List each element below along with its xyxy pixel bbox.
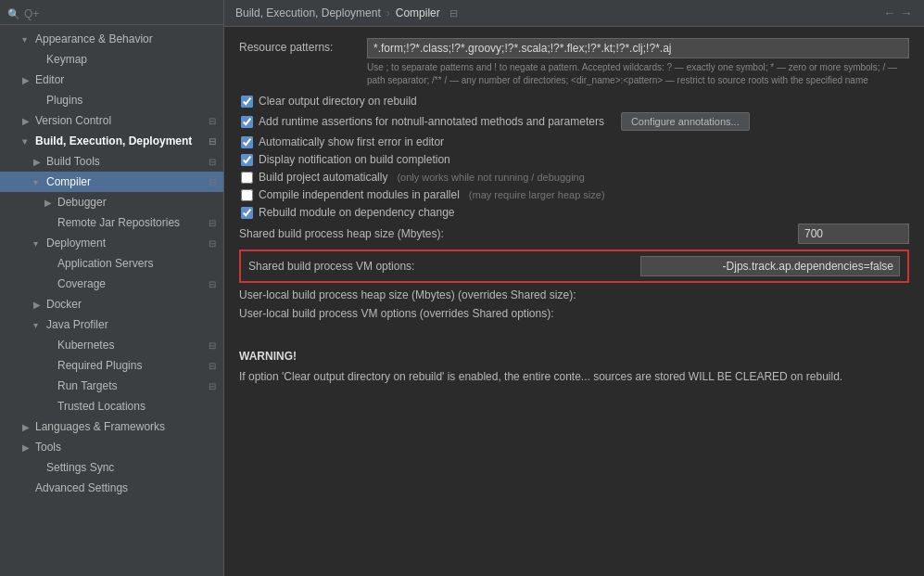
warning-text: If option 'Clear output directory on reb… bbox=[239, 368, 909, 385]
checkbox-compile-parallel-row: Compile independent modules in parallel … bbox=[239, 188, 909, 201]
arrow-icon: ▶ bbox=[22, 75, 35, 85]
pin-icon[interactable]: ⊟ bbox=[449, 7, 458, 19]
sidebar-item-label: Editor bbox=[35, 73, 216, 86]
arrow-icon: ▶ bbox=[22, 422, 35, 432]
rebuild-module-checkbox[interactable] bbox=[241, 207, 253, 219]
user-heap-label: User-local build process heap size (Mbyt… bbox=[239, 288, 576, 301]
collapse-icon: ⊟ bbox=[209, 116, 216, 126]
compile-parallel-note: (may require larger heap size) bbox=[469, 189, 605, 200]
sidebar-item-settings-sync[interactable]: Settings Sync bbox=[0, 457, 223, 478]
sidebar: 🔍 ▾ Appearance & Behavior Keymap ▶ Edito… bbox=[0, 0, 224, 576]
clear-output-checkbox[interactable] bbox=[241, 96, 253, 108]
sidebar-item-required-plugins[interactable]: Required Plugins ⊟ bbox=[0, 355, 223, 376]
display-notification-checkbox[interactable] bbox=[241, 154, 253, 166]
build-auto-checkbox[interactable] bbox=[241, 172, 253, 184]
arrow-icon: ▾ bbox=[33, 238, 46, 249]
compile-parallel-checkbox[interactable] bbox=[241, 189, 253, 201]
clear-output-label: Clear output directory on rebuild bbox=[259, 95, 417, 108]
sidebar-item-label: Keymap bbox=[46, 53, 216, 66]
resource-hint: Use ; to separate patterns and ! to nega… bbox=[367, 61, 909, 87]
sidebar-item-build-tools[interactable]: ▶ Build Tools ⊟ bbox=[0, 151, 223, 172]
sidebar-item-label: Docker bbox=[46, 298, 216, 311]
sidebar-item-coverage[interactable]: Coverage ⊟ bbox=[0, 274, 223, 294]
arrow-icon: ▶ bbox=[33, 300, 46, 310]
search-input[interactable] bbox=[24, 7, 216, 20]
sidebar-item-compiler[interactable]: ▾ Compiler ⊟ bbox=[0, 172, 223, 192]
nav-forward-button[interactable]: → bbox=[900, 6, 913, 20]
heap-size-input[interactable] bbox=[798, 224, 909, 244]
sidebar-item-label: Application Servers bbox=[57, 257, 216, 270]
sidebar-item-application-servers[interactable]: Application Servers bbox=[0, 253, 223, 274]
collapse-icon: ⊟ bbox=[209, 157, 216, 167]
sidebar-item-remote-jar[interactable]: Remote Jar Repositories ⊟ bbox=[0, 212, 223, 233]
sidebar-item-plugins[interactable]: Plugins bbox=[0, 90, 223, 110]
add-runtime-checkbox[interactable] bbox=[241, 116, 253, 128]
sidebar-item-label: Advanced Settings bbox=[35, 481, 216, 494]
collapse-icon: ⊟ bbox=[209, 177, 216, 187]
auto-show-checkbox[interactable] bbox=[241, 136, 253, 148]
sidebar-item-label: Kubernetes bbox=[57, 339, 205, 352]
sidebar-item-run-targets[interactable]: Run Targets ⊟ bbox=[0, 376, 223, 396]
collapse-icon: ⊟ bbox=[209, 218, 216, 228]
resource-patterns-label: Resource patterns: bbox=[239, 38, 360, 54]
rebuild-module-label: Rebuild module on dependency change bbox=[259, 206, 455, 219]
sidebar-item-deployment[interactable]: ▾ Deployment ⊟ bbox=[0, 233, 223, 253]
checkbox-build-auto-row: Build project automatically (only works … bbox=[239, 171, 909, 184]
sidebar-item-editor[interactable]: ▶ Editor bbox=[0, 70, 223, 90]
sidebar-item-label: Run Targets bbox=[57, 379, 205, 392]
checkbox-rebuild-module-row: Rebuild module on dependency change bbox=[239, 206, 909, 219]
resource-input-wrap: Use ; to separate patterns and ! to nega… bbox=[367, 38, 909, 87]
sidebar-item-appearance-behavior[interactable]: ▾ Appearance & Behavior bbox=[0, 29, 223, 49]
collapse-icon: ⊟ bbox=[209, 279, 216, 289]
breadcrumb-separator: › bbox=[386, 6, 390, 19]
arrow-icon: ▾ bbox=[22, 34, 35, 45]
sidebar-item-java-profiler[interactable]: ▾ Java Profiler bbox=[0, 314, 223, 335]
arrow-icon: ▾ bbox=[22, 136, 35, 147]
user-vm-label: User-local build process VM options (ove… bbox=[239, 307, 554, 320]
sidebar-item-docker[interactable]: ▶ Docker bbox=[0, 294, 223, 314]
sidebar-item-label: Build Tools bbox=[46, 155, 205, 168]
arrow-icon: ▶ bbox=[22, 116, 35, 126]
nav-back-button[interactable]: ← bbox=[883, 6, 896, 20]
sidebar-item-label: Trusted Locations bbox=[57, 400, 216, 413]
nav-arrows: ← → bbox=[883, 6, 913, 20]
collapse-icon: ⊟ bbox=[209, 340, 216, 351]
arrow-icon: ▶ bbox=[33, 157, 46, 167]
sidebar-item-advanced-settings[interactable]: Advanced Settings bbox=[0, 478, 223, 498]
vm-options-input[interactable] bbox=[640, 256, 900, 276]
sidebar-item-label: Languages & Frameworks bbox=[35, 420, 216, 433]
configure-annotations-button[interactable]: Configure annotations... bbox=[621, 112, 750, 131]
sidebar-item-label: Required Plugins bbox=[57, 359, 205, 372]
sidebar-item-label: Debugger bbox=[57, 196, 216, 209]
content-area: Resource patterns: Use ; to separate pat… bbox=[224, 27, 924, 576]
sidebar-item-version-control[interactable]: ▶ Version Control ⊟ bbox=[0, 110, 223, 131]
sidebar-item-label: Remote Jar Repositories bbox=[57, 216, 205, 229]
heap-size-label: Shared build process heap size (Mbytes): bbox=[239, 227, 791, 240]
sidebar-item-label: Build, Execution, Deployment bbox=[35, 134, 205, 147]
sidebar-item-keymap[interactable]: Keymap bbox=[0, 49, 223, 70]
resource-patterns-row: Resource patterns: Use ; to separate pat… bbox=[239, 38, 909, 87]
vm-options-label: Shared build process VM options: bbox=[248, 260, 640, 273]
user-vm-row: User-local build process VM options (ove… bbox=[239, 307, 909, 320]
resource-patterns-input[interactable] bbox=[367, 38, 909, 58]
search-icon: 🔍 bbox=[7, 8, 20, 20]
sidebar-item-build-execution-deployment[interactable]: ▾ Build, Execution, Deployment ⊟ bbox=[0, 131, 223, 151]
search-bar[interactable]: 🔍 bbox=[0, 4, 223, 25]
sidebar-item-label: Compiler bbox=[46, 175, 205, 188]
checkbox-add-runtime-row: Add runtime assertions for notnull-annot… bbox=[239, 112, 909, 131]
sidebar-item-label: Version Control bbox=[35, 114, 205, 127]
main-panel: Build, Execution, Deployment › Compiler … bbox=[224, 0, 924, 576]
warning-box: WARNING! If option 'Clear output directo… bbox=[239, 348, 909, 385]
display-notification-label: Display notification on build completion bbox=[259, 153, 450, 166]
build-auto-note: (only works while not running / debuggin… bbox=[397, 172, 584, 183]
sidebar-item-languages-frameworks[interactable]: ▶ Languages & Frameworks bbox=[0, 416, 223, 437]
sidebar-item-trusted-locations[interactable]: Trusted Locations bbox=[0, 396, 223, 416]
sidebar-item-kubernetes[interactable]: Kubernetes ⊟ bbox=[0, 335, 223, 355]
collapse-icon: ⊟ bbox=[209, 136, 216, 147]
breadcrumb-current: Compiler bbox=[396, 6, 440, 19]
heap-size-row: Shared build process heap size (Mbytes): bbox=[239, 224, 909, 244]
sidebar-item-debugger[interactable]: ▶ Debugger bbox=[0, 192, 223, 212]
collapse-icon: ⊟ bbox=[209, 238, 216, 249]
sidebar-item-tools[interactable]: ▶ Tools bbox=[0, 437, 223, 457]
sidebar-item-label: Appearance & Behavior bbox=[35, 32, 216, 45]
